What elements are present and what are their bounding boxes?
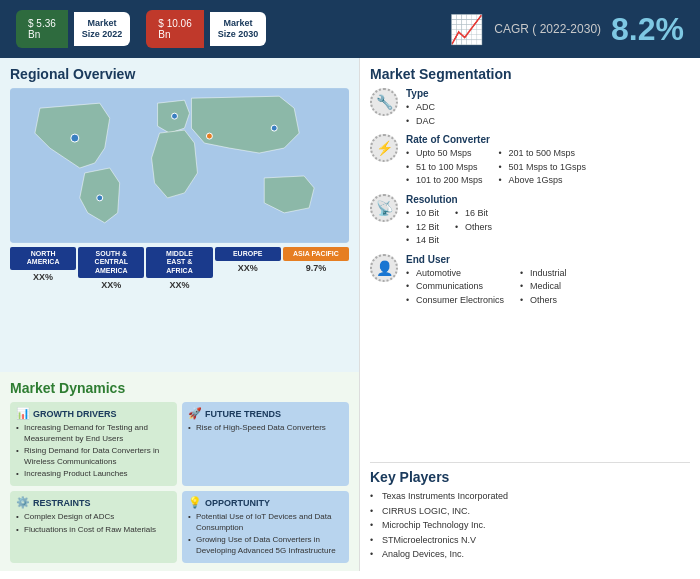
seg-resolution-list: 10 Bit 12 Bit 14 Bit 16 Bit Others bbox=[406, 207, 690, 247]
region-mea-pct: XX% bbox=[146, 280, 212, 290]
restraint-item-1: Complex Design of ADCs bbox=[16, 512, 171, 522]
restraints-title: ⚙️ RESTRAINTS bbox=[16, 496, 171, 509]
market-2022-label-line1: Market bbox=[88, 18, 117, 28]
opportunity-list: Potential Use of IoT Devices and Data Co… bbox=[188, 512, 343, 556]
main-content: Regional Overview bbox=[0, 58, 700, 571]
seg-eu-6: Others bbox=[520, 294, 567, 307]
seg-eu-2: Communications bbox=[406, 280, 504, 293]
region-asia-pacific: ASIA PACIFIC 9.7% bbox=[283, 247, 349, 290]
seg-res-1: 10 Bit bbox=[406, 207, 439, 220]
region-labels: NORTHAMERICA XX% SOUTH &CENTRALAMERICA X… bbox=[10, 247, 349, 290]
world-map bbox=[10, 88, 349, 243]
header: $ 5.36 Bn Market Size 2022 $ 10.06 Bn Ma… bbox=[0, 0, 700, 58]
cagr-percent: 8.2% bbox=[611, 11, 684, 48]
seg-end-user: 👤 End User Automotive Communications Con… bbox=[370, 254, 690, 307]
market-2022-label: Market Size 2022 bbox=[74, 12, 131, 46]
future-trends-icon: 🚀 bbox=[188, 407, 202, 420]
segmentation-sections: 🔧 Type ADC DAC ⚡ Rate of Converter bbox=[370, 88, 690, 458]
seg-end-user-list: Automotive Communications Consumer Elect… bbox=[406, 267, 690, 307]
market-2030-label: Market Size 2030 bbox=[210, 12, 267, 46]
key-players-section: Key Players Texas Instruments Incorporat… bbox=[370, 462, 690, 563]
market-2022-label-line2: Size 2022 bbox=[82, 29, 123, 39]
seg-rate-col-2: 201 to 500 Msps 501 Msps to 1Gsps Above … bbox=[499, 147, 587, 187]
market-2030-label-line1: Market bbox=[223, 18, 252, 28]
seg-rate-6: Above 1Gsps bbox=[499, 174, 587, 187]
market-2022-value-line2: Bn bbox=[28, 29, 56, 40]
seg-rate-content: Rate of Converter Upto 50 Msps 51 to 100… bbox=[406, 134, 690, 187]
seg-type-dac: DAC bbox=[406, 115, 435, 128]
region-mea-box: MIDDLEEAST &AFRICA bbox=[146, 247, 212, 278]
restraints-label: RESTRAINTS bbox=[33, 498, 91, 508]
opportunity-icon: 💡 bbox=[188, 496, 202, 509]
opportunity-card: 💡 OPPORTUNITY Potential Use of IoT Devic… bbox=[182, 491, 349, 563]
growth-drivers-card: 📊 GROWTH DRIVERS Increasing Demand for T… bbox=[10, 402, 177, 486]
key-player-4: STMicroelectronics N.V bbox=[370, 534, 690, 547]
region-sca-pct: XX% bbox=[78, 280, 144, 290]
seg-rate-list: Upto 50 Msps 51 to 100 Msps 101 to 200 M… bbox=[406, 147, 690, 187]
seg-end-user-title: End User bbox=[406, 254, 690, 265]
key-player-2: CIRRUS LOGIC, INC. bbox=[370, 505, 690, 518]
region-eu-pct: XX% bbox=[215, 263, 281, 273]
left-panel: Regional Overview bbox=[0, 58, 360, 571]
region-ap-box: ASIA PACIFIC bbox=[283, 247, 349, 261]
cagr-icon: 📈 bbox=[449, 13, 484, 46]
market-2030-badge: $ 10.06 Bn Market Size 2030 bbox=[146, 10, 266, 48]
svg-point-4 bbox=[206, 133, 212, 139]
right-panel: Market Segmentation 🔧 Type ADC DAC ⚡ bbox=[360, 58, 700, 571]
region-na-pct: XX% bbox=[10, 272, 76, 282]
future-trends-card: 🚀 FUTURE TRENDS Rise of High-Speed Data … bbox=[182, 402, 349, 486]
market-dynamics: Market Dynamics 📊 GROWTH DRIVERS Increas… bbox=[0, 372, 359, 571]
market-2030-value-line1: $ 10.06 bbox=[158, 18, 191, 29]
region-na-box: NORTHAMERICA bbox=[10, 247, 76, 270]
region-north-america: NORTHAMERICA XX% bbox=[10, 247, 76, 290]
seg-eu-4: Industrial bbox=[520, 267, 567, 280]
growth-drivers-list: Increasing Demand for Testing and Measur… bbox=[16, 423, 171, 479]
region-ap-pct: 9.7% bbox=[283, 263, 349, 273]
seg-res-col-2: 16 Bit Others bbox=[455, 207, 492, 247]
market-2030-value-line2: Bn bbox=[158, 29, 191, 40]
seg-type-icon: 🔧 bbox=[370, 88, 398, 116]
growth-driver-item-2: Rising Demand for Data Converters in Wir… bbox=[16, 446, 171, 467]
seg-type-list: ADC DAC bbox=[406, 101, 690, 127]
seg-res-4: 16 Bit bbox=[455, 207, 492, 220]
seg-type-content: Type ADC DAC bbox=[406, 88, 690, 127]
future-trends-list: Rise of High-Speed Data Converters bbox=[188, 423, 343, 433]
growth-drivers-title: 📊 GROWTH DRIVERS bbox=[16, 407, 171, 420]
seg-res-5: Others bbox=[455, 221, 492, 234]
opportunity-item-2: Growing Use of Data Converters in Develo… bbox=[188, 535, 343, 556]
seg-type-adc: ADC bbox=[406, 101, 435, 114]
seg-eu-col-2: Industrial Medical Others bbox=[520, 267, 567, 307]
seg-eu-5: Medical bbox=[520, 280, 567, 293]
region-middle-east-africa: MIDDLEEAST &AFRICA XX% bbox=[146, 247, 212, 290]
region-south-central-america: SOUTH &CENTRALAMERICA XX% bbox=[78, 247, 144, 290]
svg-point-1 bbox=[71, 134, 79, 142]
seg-rate-3: 101 to 200 Msps bbox=[406, 174, 483, 187]
regional-overview-title: Regional Overview bbox=[10, 66, 349, 82]
market-2022-value: $ 5.36 Bn bbox=[16, 10, 68, 48]
seg-resolution: 📡 Resolution 10 Bit 12 Bit 14 Bit 16 Bit… bbox=[370, 194, 690, 247]
seg-rate-col-1: Upto 50 Msps 51 to 100 Msps 101 to 200 M… bbox=[406, 147, 483, 187]
market-segmentation-title: Market Segmentation bbox=[370, 66, 690, 82]
growth-drivers-label: GROWTH DRIVERS bbox=[33, 409, 117, 419]
restraints-icon: ⚙️ bbox=[16, 496, 30, 509]
seg-type-col-1: ADC DAC bbox=[406, 101, 435, 127]
seg-rate-title: Rate of Converter bbox=[406, 134, 690, 145]
restraints-card: ⚙️ RESTRAINTS Complex Design of ADCs Flu… bbox=[10, 491, 177, 563]
seg-res-3: 14 Bit bbox=[406, 234, 439, 247]
cagr-label: CAGR ( 2022-2030) bbox=[494, 22, 601, 36]
growth-driver-item-1: Increasing Demand for Testing and Measur… bbox=[16, 423, 171, 444]
opportunity-item-1: Potential Use of IoT Devices and Data Co… bbox=[188, 512, 343, 533]
key-players-title: Key Players bbox=[370, 469, 690, 485]
seg-resolution-icon: 📡 bbox=[370, 194, 398, 222]
future-trend-item-1: Rise of High-Speed Data Converters bbox=[188, 423, 343, 433]
seg-res-col-1: 10 Bit 12 Bit 14 Bit bbox=[406, 207, 439, 247]
market-2030-value: $ 10.06 Bn bbox=[146, 10, 203, 48]
market-2030-label-line2: Size 2030 bbox=[218, 29, 259, 39]
opportunity-label: OPPORTUNITY bbox=[205, 498, 270, 508]
seg-res-2: 12 Bit bbox=[406, 221, 439, 234]
seg-resolution-content: Resolution 10 Bit 12 Bit 14 Bit 16 Bit O… bbox=[406, 194, 690, 247]
regional-overview: Regional Overview bbox=[0, 58, 359, 372]
svg-point-2 bbox=[97, 195, 103, 201]
future-trends-title: 🚀 FUTURE TRENDS bbox=[188, 407, 343, 420]
market-dynamics-title: Market Dynamics bbox=[10, 380, 349, 396]
